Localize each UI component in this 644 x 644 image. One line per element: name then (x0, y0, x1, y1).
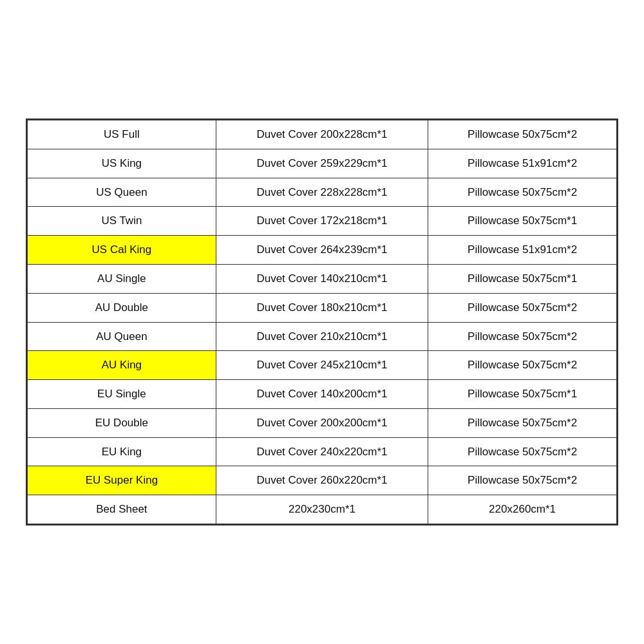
table-row: US TwinDuvet Cover 172x218cm*1Pillowcase… (28, 207, 617, 236)
size-name-cell: AU King (28, 351, 216, 380)
size-name-cell: AU Queen (28, 322, 216, 351)
pillowcase-cell: Pillowcase 50x75cm*2 (428, 120, 617, 149)
pillowcase-cell: Pillowcase 50x75cm*2 (428, 408, 617, 437)
size-name-cell: EU Double (28, 408, 216, 437)
duvet-cover-cell: Duvet Cover 210x210cm*1 (216, 322, 428, 351)
size-name-cell: AU Double (28, 293, 216, 322)
table-row: US QueenDuvet Cover 228x228cm*1Pillowcas… (28, 178, 617, 207)
table-row: US FullDuvet Cover 200x228cm*1Pillowcase… (28, 120, 617, 149)
size-name-cell: Bed Sheet (28, 495, 216, 524)
size-name-cell: AU Single (28, 264, 216, 293)
pillowcase-cell: Pillowcase 50x75cm*1 (428, 264, 617, 293)
duvet-cover-cell: Duvet Cover 260x220cm*1 (216, 466, 428, 495)
table-row: AU QueenDuvet Cover 210x210cm*1Pillowcas… (28, 322, 617, 351)
duvet-cover-cell: 220x230cm*1 (216, 495, 428, 524)
pillowcase-cell: Pillowcase 50x75cm*2 (428, 466, 617, 495)
size-chart-container: US FullDuvet Cover 200x228cm*1Pillowcase… (26, 118, 618, 526)
table-row: EU SingleDuvet Cover 140x200cm*1Pillowca… (28, 380, 617, 409)
size-name-cell: US Full (28, 120, 216, 149)
size-name-cell: US Queen (28, 178, 216, 207)
table-row: EU Super KingDuvet Cover 260x220cm*1Pill… (28, 466, 617, 495)
duvet-cover-cell: Duvet Cover 240x220cm*1 (216, 437, 428, 466)
size-name-cell: EU Super King (28, 466, 216, 495)
table-row: AU SingleDuvet Cover 140x210cm*1Pillowca… (28, 264, 617, 293)
duvet-cover-cell: Duvet Cover 140x210cm*1 (216, 264, 428, 293)
table-row: US Cal KingDuvet Cover 264x239cm*1Pillow… (28, 236, 617, 265)
duvet-cover-cell: Duvet Cover 264x239cm*1 (216, 236, 428, 265)
size-name-cell: US Twin (28, 207, 216, 236)
duvet-cover-cell: Duvet Cover 140x200cm*1 (216, 380, 428, 409)
table-row: AU DoubleDuvet Cover 180x210cm*1Pillowca… (28, 293, 617, 322)
size-name-cell: US Cal King (28, 236, 216, 265)
pillowcase-cell: Pillowcase 50x75cm*2 (428, 437, 617, 466)
pillowcase-cell: Pillowcase 50x75cm*1 (428, 207, 617, 236)
duvet-cover-cell: Duvet Cover 245x210cm*1 (216, 351, 428, 380)
duvet-cover-cell: Duvet Cover 259x229cm*1 (216, 149, 428, 178)
pillowcase-cell: Pillowcase 50x75cm*2 (428, 351, 617, 380)
duvet-cover-cell: Duvet Cover 180x210cm*1 (216, 293, 428, 322)
size-name-cell: EU King (28, 437, 216, 466)
table-row: AU KingDuvet Cover 245x210cm*1Pillowcase… (28, 351, 617, 380)
size-name-cell: EU Single (28, 380, 216, 409)
table-row: EU DoubleDuvet Cover 200x200cm*1Pillowca… (28, 408, 617, 437)
pillowcase-cell: 220x260cm*1 (428, 495, 617, 524)
duvet-cover-cell: Duvet Cover 200x200cm*1 (216, 408, 428, 437)
table-row: EU KingDuvet Cover 240x220cm*1Pillowcase… (28, 437, 617, 466)
duvet-cover-cell: Duvet Cover 228x228cm*1 (216, 178, 428, 207)
duvet-cover-cell: Duvet Cover 200x228cm*1 (216, 120, 428, 149)
size-name-cell: US King (28, 149, 216, 178)
pillowcase-cell: Pillowcase 50x75cm*2 (428, 322, 617, 351)
table-row: Bed Sheet220x230cm*1220x260cm*1 (28, 495, 617, 524)
size-chart-table: US FullDuvet Cover 200x228cm*1Pillowcase… (27, 120, 617, 524)
pillowcase-cell: Pillowcase 50x75cm*2 (428, 178, 617, 207)
table-row: US KingDuvet Cover 259x229cm*1Pillowcase… (28, 149, 617, 178)
duvet-cover-cell: Duvet Cover 172x218cm*1 (216, 207, 428, 236)
pillowcase-cell: Pillowcase 51x91cm*2 (428, 149, 617, 178)
pillowcase-cell: Pillowcase 51x91cm*2 (428, 236, 617, 265)
pillowcase-cell: Pillowcase 50x75cm*1 (428, 380, 617, 409)
pillowcase-cell: Pillowcase 50x75cm*2 (428, 293, 617, 322)
